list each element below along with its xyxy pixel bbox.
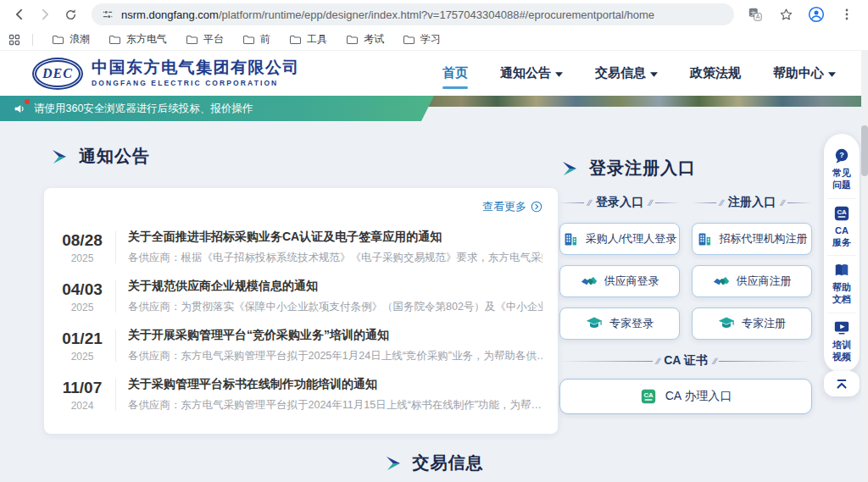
bookmark-item[interactable]: 前: [242, 32, 270, 47]
translate-icon[interactable]: 文A: [744, 3, 766, 25]
ca-apply-button[interactable]: CA CA 办理入口: [559, 379, 812, 414]
apps-grid-icon[interactable]: [8, 34, 20, 46]
notice-desc: 各供应商：东方电气采购管理平台拟于2024年11月15日上线“标书在线制作”功能…: [128, 398, 542, 413]
nav-label: 首页: [442, 65, 468, 81]
notice-list-item[interactable]: 08/28 2025 关于全面推进非招标采购业务CA认证及电子签章应用的通知 各…: [56, 223, 542, 272]
quickbar-item[interactable]: CA CA服务: [827, 199, 856, 257]
notice-title: 关于开展采购管理平台“竞价采购业务”培训的通知: [128, 328, 542, 343]
view-more-link[interactable]: 查看更多: [482, 199, 542, 221]
notice-title: 关于全面推进非招标采购业务CA认证及电子签章应用的通知: [128, 230, 542, 245]
notice-date: 08/28 2025: [56, 231, 108, 264]
graduation-cap-icon: [718, 315, 735, 332]
bookmark-item[interactable]: 平台: [186, 32, 224, 47]
bookmark-star-icon[interactable]: [775, 3, 797, 25]
notice-desc: 各供应商：根据《电子招标投标系统技术规范》《电子采购交易规范》要求，东方电气采购…: [128, 251, 542, 265]
quickbar-label: 培训视频: [832, 339, 851, 363]
back-to-top-button[interactable]: [824, 371, 860, 396]
notice-body: 关于开展采购管理平台“竞价采购业务”培训的通知 各供应商：东方电气采购管理平台拟…: [128, 328, 542, 363]
divider: [115, 280, 116, 313]
portal-button-label: 采购人/代理人登录: [586, 231, 677, 247]
page-scrollbar[interactable]: [861, 51, 868, 482]
nav-item-帮助中心[interactable]: 帮助中心: [773, 65, 836, 81]
bookmark-item[interactable]: 东方电气: [108, 32, 167, 47]
login-section-title: 登录注册入口: [589, 157, 696, 180]
quickbar-label: CA服务: [832, 224, 851, 249]
section-arrow-icon: [385, 455, 402, 472]
bookmark-label: 平台: [203, 32, 224, 47]
svg-text:A: A: [756, 14, 760, 19]
bookmark-label: 考试: [364, 32, 384, 47]
portal-button-label: 供应商注册: [737, 274, 792, 289]
ca-divider: // CA 证书 //: [559, 353, 812, 368]
login-column-label: 登录入口: [594, 195, 645, 210]
handshake-icon: [581, 273, 598, 290]
profile-avatar-icon[interactable]: [805, 3, 827, 25]
quickbar-label: 常见问题: [832, 167, 851, 191]
browser-warning-banner: 请使用360安全浏览器进行后续投标、报价操作: [0, 96, 434, 121]
bookmark-label: 浪潮: [70, 32, 90, 47]
back-icon[interactable]: [8, 3, 31, 25]
portal-button[interactable]: 采购人/代理人登录: [559, 223, 680, 255]
bookmark-item[interactable]: 工具: [289, 32, 327, 47]
portal-button[interactable]: 招标代理机构注册: [692, 223, 812, 255]
nav-label: 帮助中心: [773, 65, 824, 81]
login-column-label: 注册入口: [726, 195, 777, 210]
bookmark-label: 工具: [307, 32, 327, 47]
portal-button[interactable]: 供应商注册: [692, 265, 812, 297]
forward-icon[interactable]: [34, 3, 56, 25]
folder-icon: [242, 35, 255, 45]
quickbar-item[interactable]: 帮助文档: [827, 256, 856, 313]
notice-date-year: 2025: [56, 351, 108, 363]
login-columns: // 登录入口 // 采购人/代理人登录 供应商登录 专家登录 // 注册入口 …: [559, 195, 812, 340]
site-settings-icon[interactable]: [102, 8, 114, 20]
divider-tick: //: [711, 357, 717, 366]
divider: [32, 34, 33, 46]
scrollbar-thumb[interactable]: [861, 125, 868, 176]
notice-card: 查看更多 08/28 2025 关于全面推进非招标采购业务CA认证及电子签章应用…: [44, 188, 558, 434]
notice-list-item[interactable]: 01/21 2025 关于开展采购管理平台“竞价采购业务”培训的通知 各供应商：…: [56, 321, 542, 370]
main-nav: 首页 通知公告 交易信息 政策法规 帮助中心: [442, 65, 836, 81]
notice-date-year: 2025: [56, 252, 108, 264]
quickbar-item[interactable]: ? 常见问题: [827, 141, 856, 199]
notice-list-item[interactable]: 11/07 2024 关于采购管理平台标书在线制作功能培训的通知 各供应商：东方…: [56, 370, 542, 419]
notice-body: 关于规范供应商企业规模信息的通知 各供应商：为贯彻落实《保障中小企业款项支付条例…: [128, 279, 542, 314]
site-header: DEC 中国东方电气集团有限公司 DONGFANG ELECTRIC CORPO…: [0, 51, 868, 96]
view-more-label: 查看更多: [482, 199, 526, 214]
quickbar-item[interactable]: 培训视频: [827, 313, 856, 370]
browser-toolbar: nsrm.dongfang.com/platform/runtime/epp/d…: [0, 0, 868, 29]
graduation-cap-icon: [586, 315, 603, 332]
ca-badge-navy-icon: CA: [833, 205, 850, 222]
portal-button-label: 招标代理机构注册: [720, 231, 808, 247]
portal-button-label: 专家登录: [609, 316, 654, 331]
notice-list-item[interactable]: 04/03 2025 关于规范供应商企业规模信息的通知 各供应商：为贯彻落实《保…: [56, 272, 542, 321]
url-bar[interactable]: nsrm.dongfang.com/platform/runtime/epp/d…: [92, 3, 734, 25]
divider: [115, 231, 116, 263]
portal-button[interactable]: 供应商登录: [559, 265, 680, 297]
notice-date-md: 04/03: [56, 280, 108, 299]
chevron-down-icon: [828, 72, 836, 77]
trade-section-header: 交易信息: [0, 452, 868, 474]
portal-button[interactable]: 专家登录: [559, 307, 680, 340]
building-icon: [563, 231, 579, 247]
portal-button[interactable]: 专家注册: [692, 307, 812, 340]
bookmark-item[interactable]: 学习: [403, 32, 441, 47]
folder-icon: [289, 35, 302, 45]
notification-dot: [25, 99, 30, 104]
bookmark-item[interactable]: 浪潮: [52, 32, 90, 47]
ca-divider-label: CA 证书: [662, 353, 709, 368]
menu-dots-icon[interactable]: [836, 3, 858, 25]
reload-icon[interactable]: [59, 3, 81, 25]
login-area: // 登录入口 // 采购人/代理人登录 供应商登录 专家登录 // 注册入口 …: [559, 195, 812, 414]
faq-icon: ?: [833, 147, 850, 164]
nav-item-交易信息[interactable]: 交易信息: [595, 65, 658, 81]
nav-item-首页[interactable]: 首页: [442, 65, 468, 81]
bookmark-label: 东方电气: [126, 32, 167, 47]
bookmark-item[interactable]: 考试: [346, 32, 384, 47]
banner-text: 请使用360安全浏览器进行后续投标、报价操作: [34, 102, 253, 116]
notice-date: 01/21 2025: [56, 330, 108, 363]
bookmark-label: 前: [260, 32, 270, 47]
notice-desc: 各供应商：东方电气采购管理平台拟于2025年1月24日上线“竞价采购”业务，为帮…: [128, 349, 542, 363]
nav-item-政策法规[interactable]: 政策法规: [690, 65, 741, 81]
nav-item-通知公告[interactable]: 通知公告: [500, 65, 563, 81]
dec-logo[interactable]: DEC: [32, 58, 83, 90]
